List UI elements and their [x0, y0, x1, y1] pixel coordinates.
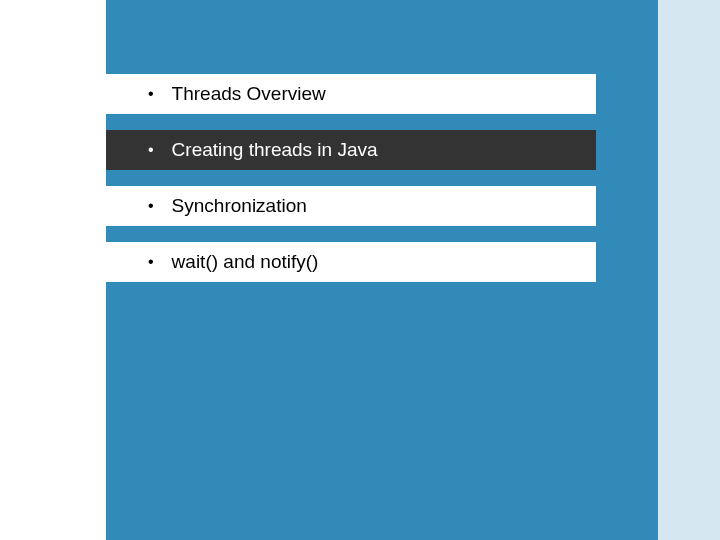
agenda-item-label: Creating threads in Java	[172, 139, 378, 161]
right-accent-panel	[658, 0, 720, 540]
agenda-item-label: Threads Overview	[172, 83, 326, 105]
bullet-icon: •	[148, 85, 154, 103]
agenda-item-label: Synchronization	[172, 195, 307, 217]
top-left-white-bar	[0, 0, 106, 55]
bullet-icon: •	[148, 253, 154, 271]
agenda-item-label: wait() and notify()	[172, 251, 319, 273]
bullet-icon: •	[148, 141, 154, 159]
bullet-icon: •	[148, 197, 154, 215]
slide-container: • Threads Overview • Creating threads in…	[0, 0, 720, 540]
agenda-item-synchronization: • Synchronization	[106, 186, 596, 226]
agenda-item-wait-notify: • wait() and notify()	[106, 242, 596, 282]
agenda-item-creating-threads: • Creating threads in Java	[106, 130, 596, 170]
agenda-item-threads-overview: • Threads Overview	[106, 74, 596, 114]
